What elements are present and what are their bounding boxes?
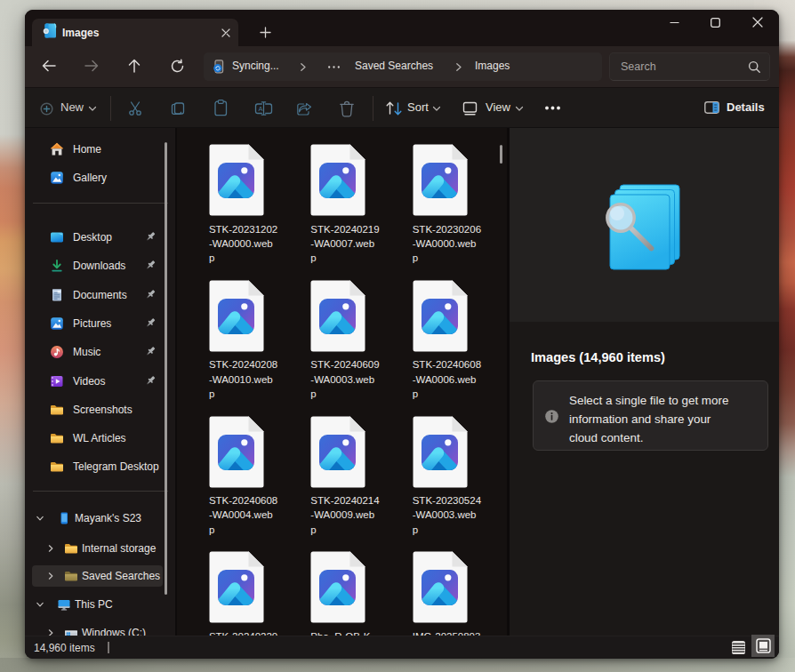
svg-text:A: A — [259, 105, 263, 113]
